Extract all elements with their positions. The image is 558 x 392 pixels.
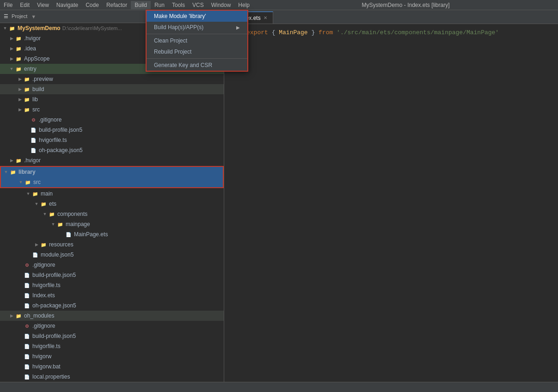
tree-item-gitignore-root[interactable]: ⚙ .gitignore	[0, 321, 224, 331]
tree-item-hvigorfile-entry[interactable]: 📄 hvigorfile.ts	[0, 135, 224, 145]
tree-item-buildprofile-root[interactable]: 📄 build-profile.json5	[0, 331, 224, 341]
item-label: .gitignore	[32, 323, 55, 329]
tree-item-lib[interactable]: ▶ 📁 lib	[0, 94, 224, 104]
build-menu-build-hap[interactable]: Build Hap(s)/APP(s) ▶	[147, 22, 247, 33]
build-menu-rebuild-project[interactable]: Rebuild Project	[147, 46, 247, 57]
folder-icon: 📁	[15, 65, 22, 73]
file-icon: 📄	[23, 343, 31, 350]
tree-item-mainpage-ets[interactable]: 📄 MainPage.ets	[0, 229, 224, 239]
arrow-icon: ▼	[33, 202, 40, 206]
menu-refactor[interactable]: Refactor	[103, 1, 131, 9]
editor-content: 1 export { MainPage } from './src/main/e…	[224, 24, 558, 382]
menu-separator-2	[147, 58, 247, 59]
item-label: hvigorw	[32, 353, 51, 360]
item-label: build-profile.json5	[32, 272, 76, 278]
tree-item-mainpage[interactable]: ▼ 📁 mainpage	[0, 219, 224, 229]
file-icon: 📄	[23, 332, 31, 340]
arrow-icon: ▶	[8, 46, 15, 51]
main-layout: ☰ Project ▼ ▼ 📁 MySystemDemo D:\code\lea…	[0, 10, 558, 382]
menu-item-label: Rebuild Project	[154, 49, 191, 55]
menu-vcs[interactable]: VCS	[189, 1, 208, 9]
tree-item-oh-modules[interactable]: ▶ 📁 oh_modules	[0, 311, 224, 321]
tree-item-ets[interactable]: ▼ 📁 ets	[0, 199, 224, 209]
menu-edit[interactable]: Edit	[16, 1, 33, 9]
folder-icon: 📁	[56, 220, 64, 228]
tree-item-ohpackage-entry[interactable]: 📄 oh-package.json5	[0, 145, 224, 155]
arrow-icon: ▼	[3, 170, 9, 174]
folder-icon: 📁	[15, 45, 22, 52]
menu-view[interactable]: View	[33, 1, 53, 9]
tree-item-components[interactable]: ▼ 📁 components	[0, 209, 224, 219]
arrow-icon: ▶	[17, 97, 23, 102]
tree-item-build-folder[interactable]: ▶ 📁 build	[0, 84, 224, 94]
file-icon: 📄	[23, 271, 31, 279]
tree-item-buildprofile-lib[interactable]: 📄 build-profile.json5	[0, 270, 224, 280]
brace-close: }	[311, 29, 319, 36]
arrow-icon: ▼	[8, 67, 15, 71]
tree-item-gitignore-lib[interactable]: ⚙ .gitignore	[0, 260, 224, 270]
build-menu[interactable]: Make Module 'library' Build Hap(s)/APP(s…	[146, 10, 248, 71]
tree-item-local-properties[interactable]: 📄 local.properties	[0, 372, 224, 382]
menu-file[interactable]: File	[0, 1, 16, 9]
arrow-icon: ▶	[17, 77, 23, 81]
arrow-icon: ▼	[50, 222, 56, 227]
item-label: mainpage	[66, 221, 90, 227]
item-label: oh_modules	[24, 312, 54, 319]
tree-item-hvigorfile-root[interactable]: 📄 hvigorfile.ts	[0, 341, 224, 351]
string-literal: './src/main/ets/components/mainpage/Main…	[337, 29, 499, 36]
arrow-icon: ▼	[42, 212, 48, 216]
file-icon: 📄	[30, 147, 37, 154]
folder-icon: 📁	[8, 24, 16, 32]
item-label: .gitignore	[32, 262, 55, 268]
tree-item-preview[interactable]: ▶ 📁 .preview	[0, 74, 224, 84]
editor-area: 📄 Index.ets ✕ 1 export { MainPage } from…	[224, 10, 558, 382]
menu-run[interactable]: Run	[151, 1, 168, 9]
menu-tools[interactable]: Tools	[168, 1, 189, 9]
build-menu-clean-project[interactable]: Clean Project	[147, 35, 247, 46]
item-label: hvigorfile.ts	[39, 137, 67, 143]
tree-item-buildprofile-entry[interactable]: 📄 build-profile.json5	[0, 125, 224, 135]
arrow-icon: ▶	[17, 107, 23, 112]
tree-item-hvigorfile-lib[interactable]: 📄 hvigorfile.ts	[0, 280, 224, 290]
file-icon: 📄	[30, 136, 37, 144]
tree-item-hvigor2[interactable]: ▶ 📁 .hvigor	[0, 155, 224, 165]
item-label: hvigorfile.ts	[32, 343, 61, 349]
keyword-from: from	[319, 29, 333, 36]
item-label: .hvigor	[24, 157, 41, 164]
tree-item-module-json[interactable]: 📄 module.json5	[0, 250, 224, 260]
tree-item-main[interactable]: ▼ 📁 main	[0, 189, 224, 199]
file-icon: 📄	[23, 373, 31, 380]
menu-help[interactable]: Help	[234, 1, 253, 9]
file-icon: ⚙	[30, 116, 37, 123]
folder-icon: 📁	[48, 210, 55, 218]
menu-navigate[interactable]: Navigate	[53, 1, 82, 9]
item-label: AppScope	[24, 55, 49, 62]
tree-item-ohpackage-lib[interactable]: 📄 oh-package.json5	[0, 300, 224, 311]
tree-item-src-entry[interactable]: ▶ 📁 src	[0, 104, 224, 115]
folder-icon: 📁	[40, 200, 47, 208]
file-icon: 📄	[23, 302, 31, 309]
tree-item-hvigorw-bat[interactable]: 📄 hvigorw.bat	[0, 361, 224, 372]
item-label: .preview	[32, 76, 53, 82]
editor-tabs: 📄 Index.ets ✕	[224, 10, 558, 24]
build-menu-generate-key[interactable]: Generate Key and CSR	[147, 60, 247, 71]
close-icon[interactable]: ✕	[264, 15, 267, 20]
folder-icon: 📁	[9, 168, 17, 176]
menu-build[interactable]: Build	[131, 1, 151, 9]
tree-item-resources[interactable]: ▶ 📁 resources	[0, 239, 224, 250]
arrow-icon: ▶	[8, 36, 15, 41]
menu-window[interactable]: Window	[208, 1, 235, 9]
menu-code[interactable]: Code	[82, 1, 103, 9]
tree-item-hvigorw[interactable]: 📄 hvigorw	[0, 351, 224, 361]
tree-item-gitignore-entry[interactable]: ⚙ .gitignore	[0, 115, 224, 125]
menu-separator-1	[147, 34, 247, 34]
tree-item-src-library[interactable]: ▼ 📁 src	[1, 177, 223, 187]
file-icon: ⚙	[23, 261, 31, 269]
item-label: .hvigor	[24, 35, 41, 42]
tree-item-library[interactable]: ▼ 📁 library	[1, 167, 223, 177]
build-menu-make-module[interactable]: Make Module 'library'	[147, 11, 247, 22]
file-icon: ⚙	[23, 322, 31, 330]
folder-icon: 📁	[15, 55, 22, 62]
tree-item-index-ets[interactable]: 📄 Index.ets	[0, 290, 224, 300]
arrow-icon: ▶	[17, 87, 23, 92]
